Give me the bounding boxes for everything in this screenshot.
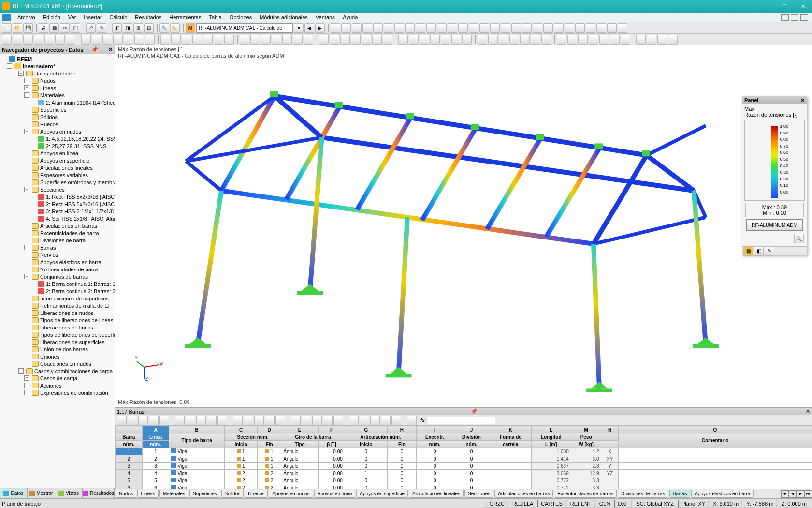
tb-icon[interactable]: 📋 [71, 23, 80, 33]
menu-item[interactable]: Ver [64, 15, 80, 20]
toolbar-icon[interactable] [182, 35, 191, 45]
tree-node[interactable]: +Casos de carga [1, 374, 114, 382]
toolbar-icon[interactable] [575, 23, 585, 33]
grid-tool-icon[interactable] [254, 416, 264, 425]
grid-tool-icon[interactable] [160, 416, 169, 425]
toolbar-icon[interactable] [441, 35, 450, 45]
tree-node[interactable]: Excentricidades de barra [1, 229, 114, 237]
toolbar-icon[interactable] [636, 35, 646, 45]
tb-icon[interactable]: ✂ [60, 23, 70, 33]
nav-tab[interactable]: Vistas [55, 488, 83, 498]
toolbar-icon[interactable] [554, 23, 564, 33]
toolbar-icon[interactable] [533, 23, 542, 33]
tree-node[interactable]: Divisiones de barra [1, 237, 114, 244]
toolbar-icon[interactable] [282, 35, 292, 45]
toolbar-icon[interactable] [479, 23, 489, 33]
toolbar-icon[interactable] [203, 35, 213, 45]
toolbar-icon[interactable] [610, 35, 620, 45]
toolbar-icon[interactable] [567, 35, 577, 45]
toolbar-icon[interactable] [557, 35, 566, 45]
nav-tab[interactable]: Datos [0, 488, 28, 498]
tree-node[interactable]: 2: Rect HSS 5x2x3/16 | AISC; Alu [1, 200, 114, 208]
grid-tool-icon[interactable] [392, 416, 401, 425]
tree-node[interactable]: 4: Sqr HSS 2x1/8 | AISC; Alumin [1, 215, 114, 222]
table-tab[interactable]: Secciones [464, 490, 493, 498]
table-tab[interactable]: Líneas [137, 490, 159, 498]
nav-tab[interactable]: Mostrar [28, 488, 55, 498]
toolbar-icon[interactable] [171, 35, 181, 45]
table-row[interactable]: 33Viga 1 1Ángulo0.0000000.6672.8Y [116, 463, 812, 470]
grid-tool-icon[interactable] [218, 416, 227, 425]
tb-icon[interactable]: ⊟ [144, 23, 154, 33]
toolbar-icon[interactable] [409, 35, 419, 45]
toolbar-icon[interactable] [437, 23, 447, 33]
tab-first-icon[interactable]: ⏮ [781, 490, 789, 498]
toolbar-icon[interactable] [398, 35, 408, 45]
toolbar-icon[interactable] [145, 35, 155, 45]
table-row[interactable]: 44Viga 2 2Ángulo0.0010003.05912.9YZ [116, 470, 812, 477]
toolbar-icon[interactable] [92, 35, 102, 45]
toolbar-icon[interactable] [113, 35, 123, 45]
toolbar-icon[interactable] [657, 35, 667, 45]
status-toggle[interactable]: FORZC [483, 500, 508, 508]
menu-item[interactable]: Opciones [226, 15, 256, 20]
grid-tool-icon[interactable] [276, 416, 285, 425]
toolbar-icon[interactable] [293, 35, 303, 45]
tree-node[interactable]: -Conjuntos de barras [1, 273, 114, 280]
data-grid[interactable]: ABCDEFGHIJKLMNOBarraLíneaTipo de barraSe… [115, 426, 812, 489]
redo-icon[interactable]: ↷ [97, 23, 106, 33]
toolbar-icon[interactable] [55, 35, 65, 45]
tree-node[interactable]: No linealidades de barra [1, 266, 114, 273]
table-tab[interactable]: Materiales [160, 490, 188, 498]
toolbar-icon[interactable] [596, 23, 606, 33]
toolbar-icon[interactable] [668, 35, 678, 45]
grid-tool-icon[interactable] [138, 416, 148, 425]
grid-tool-icon[interactable] [334, 416, 343, 425]
toolbar-icon[interactable] [362, 35, 371, 45]
menu-item[interactable]: Módulos adicionales [256, 15, 312, 20]
tree-node[interactable]: 1: Rect HSS 5x2x3/16 | AISC; Alu [1, 193, 114, 200]
toolbar-icon[interactable] [488, 35, 498, 45]
tree-node[interactable]: 2: 25,27,29-31; SSS NNS [1, 142, 114, 149]
minimize-button[interactable]: — [759, 1, 773, 11]
new-icon[interactable]: 📄 [2, 23, 12, 33]
grid-tool-icon[interactable] [360, 416, 369, 425]
grid-tool-icon[interactable] [381, 416, 391, 425]
tree-node[interactable]: Articulaciones lineales [1, 164, 114, 171]
close-icon[interactable]: ✕ [806, 408, 810, 415]
grid-tool-icon[interactable] [196, 416, 206, 425]
model-viewport[interactable]: Máx Razón de tensiones [-] RF-ALUMINUM A… [115, 45, 812, 407]
toolbar-icon[interactable] [362, 23, 372, 33]
toolbar-icon[interactable] [420, 35, 429, 45]
status-toggle[interactable]: GLN [596, 500, 614, 508]
grid-tool-icon[interactable] [265, 416, 275, 425]
toolbar-icon[interactable] [520, 35, 530, 45]
status-toggle[interactable]: CARTES [537, 500, 566, 508]
tab-prev-icon[interactable]: ◀ [789, 490, 797, 498]
grid-tool-icon[interactable] [244, 416, 253, 425]
toolbar-icon[interactable] [478, 35, 487, 45]
table-tab[interactable]: Apoyos en superficie [356, 490, 408, 498]
tree-node[interactable]: Espesores variables [1, 171, 114, 179]
grid-tool-icon[interactable] [207, 416, 217, 425]
grid-tool-icon[interactable] [302, 416, 311, 425]
tree-node[interactable]: Sólidos [1, 113, 114, 120]
status-toggle[interactable]: REJILLA [509, 500, 536, 508]
pin-icon[interactable]: 📌 [471, 408, 478, 415]
table-tab[interactable]: Huecos [245, 490, 268, 498]
toolbar-icon[interactable] [430, 35, 440, 45]
table-tab[interactable]: Articulaciones en barras [494, 490, 553, 498]
grid-tool-icon[interactable] [186, 416, 195, 425]
menu-item[interactable]: Tabla [205, 15, 225, 20]
toolbar-icon[interactable] [416, 23, 425, 33]
results-combo[interactable]: RF-ALUMINUM ADM CA1 - Cálculo de l [196, 23, 293, 33]
pin-icon[interactable]: 📌 [91, 46, 98, 53]
toolbar-icon[interactable] [394, 23, 404, 33]
toolbar-icon[interactable] [451, 35, 461, 45]
grid-tool-icon[interactable] [407, 416, 417, 425]
toolbar-icon[interactable] [599, 35, 609, 45]
toolbar-icon[interactable] [589, 35, 598, 45]
magnify-icon[interactable]: 🔍 [794, 234, 804, 243]
grid-tool-icon[interactable] [349, 416, 359, 425]
toolbar-icon[interactable] [373, 23, 383, 33]
